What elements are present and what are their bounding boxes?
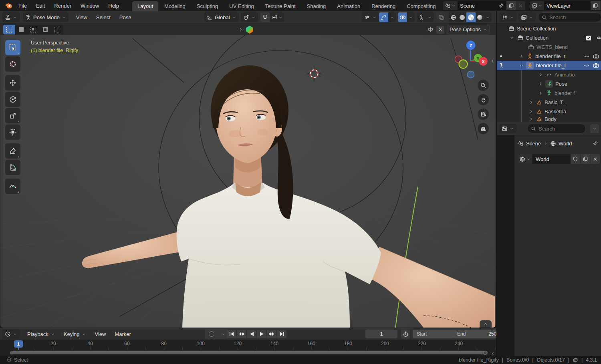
properties-options-dropdown[interactable] bbox=[590, 124, 599, 133]
tool-measure-button[interactable] bbox=[5, 160, 20, 175]
fake-user-button[interactable] bbox=[571, 154, 580, 164]
gizmo-dropdown[interactable] bbox=[388, 12, 396, 22]
tool-annotate-button[interactable] bbox=[5, 143, 20, 159]
mirror-x-button[interactable]: X bbox=[436, 26, 444, 34]
outliner-row-basic-t[interactable]: Basic_T_ bbox=[497, 98, 601, 107]
viewport-canvas[interactable]: User Perspective (1) blender file_Rigify bbox=[0, 35, 496, 328]
use-preview-range-button[interactable] bbox=[401, 330, 410, 338]
select-mode-extend-button[interactable] bbox=[15, 25, 27, 34]
workspace-tab-uv-editing[interactable]: UV Editing bbox=[224, 1, 259, 11]
play-reverse-button[interactable] bbox=[247, 330, 256, 338]
play-button[interactable] bbox=[257, 330, 266, 338]
blender-logo-icon[interactable] bbox=[3, 2, 14, 10]
timeline-editor-type-button[interactable] bbox=[2, 329, 20, 339]
timeline-ruler[interactable]: 20 40 60 80 100 120 140 160 180 200 220 … bbox=[0, 340, 496, 350]
workspace-tab-compositing[interactable]: Compositing bbox=[401, 1, 441, 11]
outliner-row-basketball[interactable]: Basketba bbox=[497, 107, 601, 116]
workspace-tab-shading[interactable]: Shading bbox=[302, 1, 331, 11]
breadcrumb-world[interactable]: World bbox=[559, 141, 572, 147]
pan-button[interactable] bbox=[478, 94, 489, 105]
rainbow-cube-icon[interactable] bbox=[246, 25, 254, 34]
outliner-row-body[interactable]: Body bbox=[497, 116, 601, 122]
pose-display-button[interactable] bbox=[417, 12, 426, 22]
outliner-row-animation[interactable]: Animatio bbox=[497, 70, 601, 79]
chevron-right-icon[interactable] bbox=[538, 81, 543, 86]
auto-keyframe-button[interactable] bbox=[205, 329, 218, 339]
collection-checkbox[interactable] bbox=[585, 34, 592, 42]
properties-search-input[interactable]: Search bbox=[527, 124, 586, 133]
transform-orientation-dropdown[interactable]: Global bbox=[204, 12, 239, 22]
workspace-tab-animation[interactable]: Animation bbox=[332, 1, 365, 11]
camera-view-button[interactable] bbox=[478, 109, 489, 120]
outliner-search-input[interactable]: Search bbox=[538, 12, 601, 22]
pin-icon[interactable] bbox=[498, 3, 504, 8]
pose-mirror-icon[interactable] bbox=[427, 26, 434, 33]
chevron-right-icon[interactable] bbox=[538, 72, 543, 77]
chevron-right-icon[interactable] bbox=[538, 90, 543, 96]
world-browse-button[interactable] bbox=[518, 154, 532, 164]
jump-to-start-button[interactable] bbox=[227, 330, 236, 338]
scroll-right-icon[interactable] bbox=[490, 350, 495, 356]
show-overlays-button[interactable] bbox=[398, 12, 407, 22]
world-copy-button[interactable] bbox=[580, 154, 590, 164]
tool-move-button[interactable] bbox=[5, 75, 20, 90]
select-mode-invert-button[interactable] bbox=[39, 25, 51, 34]
overlays-dropdown[interactable] bbox=[407, 12, 415, 22]
hide-viewport-toggle[interactable] bbox=[583, 62, 590, 69]
pivot-point-dropdown[interactable] bbox=[241, 12, 258, 22]
pose-display-dropdown[interactable] bbox=[426, 12, 434, 22]
pose-options-dropdown[interactable]: Pose Options bbox=[447, 25, 490, 34]
xray-toggle-button[interactable] bbox=[436, 12, 447, 22]
shading-rendered-button[interactable] bbox=[476, 12, 484, 22]
sidebar-toggle-icon[interactable] bbox=[490, 58, 495, 64]
tool-select-box-button[interactable] bbox=[5, 40, 20, 55]
timeline-scrollbar[interactable] bbox=[10, 351, 488, 354]
workspace-tab-rendering[interactable]: Rendering bbox=[366, 1, 401, 11]
chevron-right-icon[interactable] bbox=[528, 100, 534, 105]
menu-view-timeline[interactable]: View bbox=[91, 329, 111, 339]
show-gizmo-button[interactable] bbox=[379, 12, 388, 22]
workspace-tab-modeling[interactable]: Modeling bbox=[159, 1, 191, 11]
orthographic-toggle-button[interactable] bbox=[478, 123, 489, 134]
tool-transform-button[interactable] bbox=[5, 125, 20, 140]
scene-browse-button[interactable] bbox=[443, 1, 458, 10]
menu-edit[interactable]: Edit bbox=[32, 0, 49, 11]
chevron-right-icon[interactable] bbox=[519, 54, 524, 59]
disable-render-toggle[interactable] bbox=[592, 53, 599, 60]
chevron-right-icon[interactable] bbox=[528, 109, 534, 114]
hide-viewport-toggle[interactable] bbox=[583, 53, 590, 60]
network-offline-icon[interactable] bbox=[573, 357, 578, 363]
playhead[interactable]: 1 bbox=[14, 340, 23, 348]
scrollbar-handle[interactable] bbox=[483, 351, 487, 355]
editor-type-button[interactable] bbox=[2, 12, 20, 22]
disable-render-toggle[interactable] bbox=[592, 62, 599, 69]
scene-new-button[interactable] bbox=[506, 1, 516, 10]
select-mode-subtract-button[interactable] bbox=[27, 25, 39, 34]
hide-viewport-toggle[interactable] bbox=[595, 34, 601, 42]
menu-marker[interactable]: Marker bbox=[110, 329, 135, 339]
world-unlink-button[interactable] bbox=[590, 154, 600, 164]
workspace-tab-texture-paint[interactable]: Texture Paint bbox=[260, 1, 301, 11]
menu-playback[interactable]: Playback bbox=[23, 329, 59, 339]
menu-select[interactable]: Select bbox=[92, 12, 115, 22]
outliner-row-pose[interactable]: Pose bbox=[497, 79, 601, 88]
chevron-right-icon[interactable] bbox=[528, 117, 534, 122]
tool-rotate-button[interactable] bbox=[5, 92, 20, 107]
chevron-down-icon[interactable] bbox=[509, 35, 514, 40]
snap-toggle-button[interactable] bbox=[260, 12, 270, 22]
tool-pose-breakdowner-button[interactable] bbox=[5, 179, 20, 194]
snap-target-dropdown[interactable] bbox=[270, 12, 284, 22]
menu-render[interactable]: Render bbox=[50, 0, 76, 11]
tool-cursor-button[interactable] bbox=[5, 56, 20, 72]
shading-wireframe-button[interactable] bbox=[449, 12, 458, 22]
viewlayer-browse-button[interactable] bbox=[530, 1, 544, 10]
shading-solid-button[interactable] bbox=[458, 12, 466, 22]
breadcrumb-scene[interactable]: Scene bbox=[526, 141, 541, 147]
current-frame-field[interactable]: 1 bbox=[365, 330, 397, 338]
scene-name[interactable]: Scene bbox=[460, 3, 475, 9]
asset-shelf-toggle[interactable] bbox=[480, 320, 492, 328]
outliner-row-armature-data[interactable]: blender f bbox=[497, 88, 601, 98]
navigation-gizmo[interactable]: Z Y X bbox=[450, 38, 492, 82]
world-name-field[interactable]: World bbox=[532, 154, 571, 164]
scene-unlink-button[interactable] bbox=[516, 1, 525, 10]
